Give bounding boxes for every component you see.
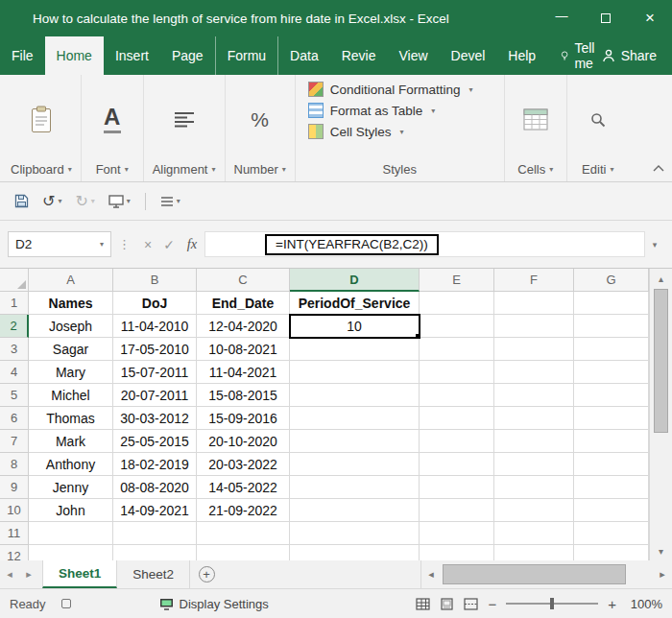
alignment-group-button[interactable]: Alignment▾ — [153, 158, 216, 179]
cell-g1[interactable] — [574, 292, 649, 315]
cell-c4[interactable]: 11-04-2021 — [197, 361, 290, 384]
cell-a11[interactable] — [29, 522, 113, 545]
cell-b8[interactable]: 18-02-2019 — [113, 453, 197, 476]
column-header-c[interactable]: C — [197, 269, 290, 292]
column-header-a[interactable]: A — [29, 269, 113, 292]
cell-d9[interactable] — [290, 476, 420, 499]
cell-g6[interactable] — [574, 407, 649, 430]
cell-d11[interactable] — [290, 522, 420, 545]
cell-c7[interactable]: 20-10-2020 — [197, 430, 290, 453]
number-group-button[interactable]: Number▾ — [234, 158, 286, 179]
cell-g12[interactable] — [574, 545, 649, 560]
cell-c12[interactable] — [197, 545, 290, 560]
number-format-button[interactable]: % — [238, 81, 282, 158]
macro-record-icon[interactable] — [61, 599, 71, 608]
cell-g3[interactable] — [574, 338, 649, 361]
column-header-b[interactable]: B — [113, 269, 197, 292]
cell-b9[interactable]: 08-08-2020 — [113, 476, 197, 499]
cell-a8[interactable]: Anthony — [29, 453, 113, 476]
cell-g2[interactable] — [574, 315, 649, 338]
tab-data[interactable]: Data — [278, 36, 330, 75]
styles-item-2[interactable]: Cell Styles▾ — [304, 122, 495, 141]
cell-c1[interactable]: End_Date — [197, 292, 290, 315]
row-header-11[interactable]: 11 — [0, 522, 29, 545]
cell-b11[interactable] — [113, 522, 197, 545]
cell-f7[interactable] — [494, 430, 574, 453]
cell-e7[interactable] — [420, 430, 494, 453]
cell-d1[interactable]: PeriodOf_Service — [290, 292, 420, 315]
zoom-slider[interactable] — [506, 596, 598, 611]
clipboard-group-button[interactable]: Clipboard▾ — [11, 158, 72, 179]
paste-button[interactable] — [19, 81, 63, 158]
cell-d10[interactable] — [290, 499, 420, 522]
cell-e12[interactable] — [420, 545, 494, 560]
cell-f4[interactable] — [494, 361, 574, 384]
tab-devel[interactable]: Devel — [440, 36, 497, 75]
cell-b1[interactable]: DoJ — [113, 292, 197, 315]
minimize-button[interactable]: — — [540, 0, 584, 36]
cell-d8[interactable] — [290, 453, 420, 476]
cell-b7[interactable]: 25-05-2015 — [113, 430, 197, 453]
share-button[interactable]: Share — [602, 36, 657, 75]
cell-a6[interactable]: Thomas — [29, 407, 113, 430]
scroll-up-button[interactable]: ▴ — [650, 269, 672, 288]
cell-a5[interactable]: Michel — [29, 384, 113, 407]
cell-b10[interactable]: 14-09-2021 — [113, 499, 197, 522]
cell-f3[interactable] — [494, 338, 574, 361]
cell-a10[interactable]: John — [29, 499, 113, 522]
cell-c10[interactable]: 21-09-2022 — [197, 499, 290, 522]
horizontal-scroll-track[interactable] — [441, 560, 653, 588]
redo-button[interactable]: ↻▾ — [70, 191, 99, 212]
cell-c11[interactable] — [197, 522, 290, 545]
sheet-tab-sheet1[interactable]: Sheet1 — [42, 560, 117, 588]
cell-f6[interactable] — [494, 407, 574, 430]
scroll-down-button[interactable]: ▾ — [650, 541, 672, 560]
insert-function-icon[interactable]: fx — [180, 236, 204, 252]
cell-d5[interactable] — [290, 384, 420, 407]
cell-g9[interactable] — [574, 476, 649, 499]
sheet-nav-next-button[interactable]: ▸ — [19, 560, 38, 588]
cells-button[interactable] — [514, 81, 558, 158]
cell-g11[interactable] — [574, 522, 649, 545]
cell-b3[interactable]: 17-05-2010 — [113, 338, 197, 361]
tab-formu[interactable]: Formu — [216, 36, 278, 75]
cell-b12[interactable] — [113, 545, 197, 560]
zoom-out-button[interactable]: − — [488, 596, 496, 612]
horizontal-scrollbar[interactable]: ◂ ▸ — [420, 560, 672, 588]
cancel-icon[interactable]: × — [137, 237, 158, 252]
row-header-7[interactable]: 7 — [0, 430, 29, 453]
tab-page[interactable]: Page — [160, 36, 216, 75]
display-settings-button[interactable]: Display Settings — [159, 597, 269, 611]
horizontal-scroll-thumb[interactable] — [443, 564, 626, 584]
cell-e2[interactable] — [420, 315, 494, 338]
undo-button[interactable]: ↺▾ — [37, 191, 66, 212]
cell-f8[interactable] — [494, 453, 574, 476]
cell-f9[interactable] — [494, 476, 574, 499]
row-header-8[interactable]: 8 — [0, 453, 29, 476]
tab-home[interactable]: Home — [45, 36, 104, 75]
cell-d2[interactable]: 10 — [290, 315, 420, 338]
cell-d4[interactable] — [290, 361, 420, 384]
cell-e4[interactable] — [420, 361, 494, 384]
cell-e10[interactable] — [420, 499, 494, 522]
cell-d12[interactable] — [290, 545, 420, 560]
row-header-2[interactable]: 2 — [0, 315, 29, 338]
cell-f10[interactable] — [494, 499, 574, 522]
zoom-slider-thumb[interactable] — [550, 598, 554, 609]
column-header-d[interactable]: D — [290, 269, 420, 292]
close-button[interactable]: × — [628, 0, 672, 36]
page-break-view-button[interactable] — [464, 598, 478, 610]
cell-e3[interactable] — [420, 338, 494, 361]
row-header-3[interactable]: 3 — [0, 338, 29, 361]
cell-g7[interactable] — [574, 430, 649, 453]
cell-e9[interactable] — [420, 476, 494, 499]
tab-help[interactable]: Help — [496, 36, 547, 75]
cell-f2[interactable] — [494, 315, 574, 338]
row-header-4[interactable]: 4 — [0, 361, 29, 384]
row-header-12[interactable]: 12 — [0, 545, 29, 560]
column-header-g[interactable]: G — [574, 269, 649, 292]
expand-formula-bar-icon[interactable]: ▾ — [645, 240, 664, 250]
editing-group-button[interactable]: Editi▾ — [582, 158, 613, 179]
alignment-button[interactable] — [162, 81, 206, 158]
zoom-level[interactable]: 100% — [626, 597, 662, 611]
